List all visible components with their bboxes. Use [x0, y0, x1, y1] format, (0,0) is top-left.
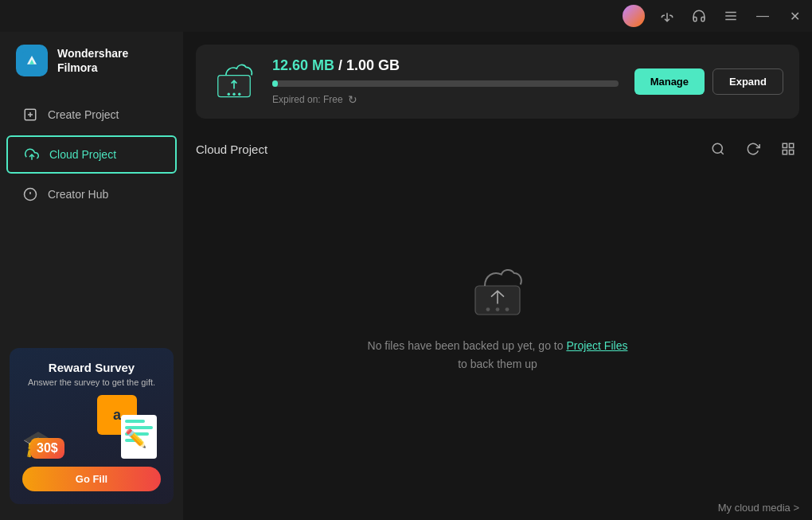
- expired-label: Expired on: Free: [272, 94, 343, 105]
- go-fill-button[interactable]: Go Fill: [22, 467, 161, 491]
- empty-text-before: No files have been backed up yet, go to: [368, 339, 567, 352]
- menu-icon[interactable]: [721, 6, 740, 25]
- storage-info: 12.60 MB / 1.00 GB Expired on: Free ↻: [272, 57, 619, 106]
- main-content: 12.60 MB / 1.00 GB Expired on: Free ↻ Ma…: [183, 32, 812, 520]
- close-button[interactable]: ✕: [785, 6, 804, 25]
- cloud-project-label: Cloud Project: [49, 148, 116, 161]
- sidebar-item-creator-hub[interactable]: Creator Hub: [6, 177, 177, 212]
- cloud-project-icon: [24, 147, 40, 162]
- empty-cloud-icon: [466, 260, 529, 324]
- my-cloud-media-link[interactable]: My cloud media >: [718, 502, 799, 514]
- manage-button[interactable]: Manage: [634, 68, 705, 95]
- creator-hub-icon: [22, 186, 38, 202]
- storage-used: 12.60 MB: [272, 57, 334, 73]
- svg-point-27: [506, 307, 509, 311]
- titlebar: — ✕: [0, 0, 812, 32]
- download-icon[interactable]: [658, 6, 677, 25]
- svg-point-26: [496, 307, 500, 311]
- content-header: Cloud Project: [183, 131, 812, 170]
- headphone-icon[interactable]: [689, 6, 709, 25]
- svg-rect-22: [790, 151, 794, 154]
- storage-separator: /: [338, 57, 346, 73]
- reward-subtitle: Answer the survey to get the gift.: [22, 377, 161, 387]
- bottom-bar: My cloud media >: [183, 495, 812, 520]
- cloud-drive-icon: [212, 60, 256, 104]
- svg-point-14: [228, 92, 230, 95]
- create-project-icon: [22, 107, 38, 123]
- svg-point-17: [712, 143, 722, 153]
- app-body: Wondershare Filmora Create Project: [0, 32, 812, 520]
- sidebar: Wondershare Filmora Create Project: [0, 32, 183, 520]
- pencil-icon: ✏️: [125, 428, 146, 449]
- grid-view-button[interactable]: [777, 138, 799, 160]
- sidebar-item-create-project[interactable]: Create Project: [6, 97, 177, 132]
- header-actions: [707, 138, 799, 160]
- svg-rect-19: [783, 143, 787, 147]
- user-avatar-icon[interactable]: [623, 5, 645, 27]
- storage-size: 12.60 MB / 1.00 GB: [272, 57, 619, 74]
- empty-state: No files have been backed up yet, go to …: [183, 170, 812, 495]
- svg-point-16: [238, 92, 240, 95]
- refresh-icon[interactable]: ↻: [348, 93, 357, 106]
- create-project-label: Create Project: [48, 108, 119, 121]
- storage-total: 1.00 GB: [346, 57, 400, 73]
- logo-area: Wondershare Filmora: [0, 32, 183, 96]
- reward-title: Reward Survey: [22, 361, 161, 374]
- storage-banner: 12.60 MB / 1.00 GB Expired on: Free ↻ Ma…: [196, 45, 799, 119]
- sidebar-item-cloud-project[interactable]: Cloud Project: [6, 135, 177, 174]
- creator-hub-label: Creator Hub: [48, 188, 108, 201]
- svg-point-15: [232, 92, 235, 95]
- project-files-link[interactable]: Project Files: [566, 339, 627, 352]
- expand-button[interactable]: Expand: [712, 68, 783, 95]
- svg-line-18: [720, 151, 723, 154]
- empty-text: No files have been backed up yet, go to …: [368, 337, 628, 373]
- svg-rect-20: [790, 143, 794, 147]
- dollar-badge: 30$: [30, 438, 64, 459]
- storage-bar-fill: [272, 80, 278, 87]
- reward-image: 🎓 30$ a ✏️: [22, 395, 161, 459]
- refresh-button[interactable]: [742, 138, 764, 160]
- search-button[interactable]: [707, 138, 729, 160]
- reward-card: Reward Survey Answer the survey to get t…: [10, 348, 174, 504]
- app-name: Wondershare Filmora: [57, 46, 128, 75]
- content-title: Cloud Project: [196, 143, 267, 156]
- storage-actions: Manage Expand: [634, 68, 783, 95]
- svg-point-25: [486, 307, 490, 311]
- storage-bar: [272, 80, 619, 87]
- empty-text-after: to back them up: [458, 358, 537, 370]
- app-logo-icon: [16, 45, 48, 76]
- svg-rect-21: [783, 151, 787, 154]
- storage-expired: Expired on: Free ↻: [272, 93, 619, 106]
- minimize-button[interactable]: —: [753, 6, 772, 25]
